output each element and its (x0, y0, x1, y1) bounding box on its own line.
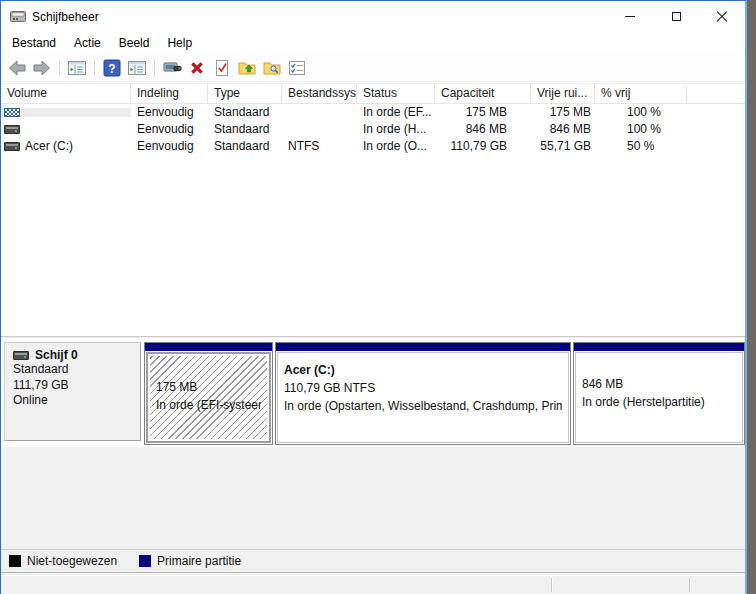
volume-row-acer-c[interactable]: Acer (C:) Eenvoudig Standaard NTFS In or… (1, 138, 745, 155)
maximize-button[interactable] (653, 1, 699, 32)
unallocated-swatch (9, 555, 21, 567)
app-disk-icon (10, 10, 26, 23)
graphical-view-pane: Schijf 0 Standaard 111,79 GB Online 175 … (1, 336, 745, 594)
disk-size: 111,79 GB (13, 378, 140, 394)
partition-efi-body: 175 MB In orde (EFI-systeempa (146, 352, 271, 443)
back-icon[interactable] (6, 57, 28, 79)
partition-acer-c[interactable]: Acer (C:) 110,79 GB NTFS In orde (Opstar… (275, 342, 571, 445)
partition-acer-c-body: Acer (C:) 110,79 GB NTFS In orde (Opstar… (277, 352, 569, 443)
volume-icon (4, 125, 20, 134)
help-icon[interactable]: ? (101, 57, 123, 79)
properties-icon[interactable] (211, 57, 233, 79)
column-header-volume[interactable]: Volume (1, 84, 131, 104)
volume-list-header: Volume Indeling Type Bestandssys... Stat… (1, 84, 745, 104)
status-bar-divider (689, 578, 690, 592)
cell-pct-vrij: 50 % (595, 138, 687, 155)
column-header-pct-vrij[interactable]: % vrij (595, 84, 687, 104)
legend-label: Niet-toegewezen (27, 554, 117, 568)
partition-efi[interactable]: 175 MB In orde (EFI-systeempa (144, 342, 273, 445)
primary-partition-bar (276, 343, 570, 351)
close-button[interactable] (699, 1, 745, 32)
volume-name: Acer (C:) (25, 138, 73, 155)
partition-herstel-body: 846 MB In orde (Herstelpartitie) (575, 352, 743, 443)
disk-0-band: Schijf 0 Standaard 111,79 GB Online 175 … (1, 338, 745, 447)
toolbar-separator (59, 60, 60, 76)
volume-row-herstel[interactable]: Eenvoudig Standaard In orde (H... 846 MB… (1, 121, 745, 138)
column-header-filler (687, 84, 745, 104)
explore-folder-icon[interactable] (261, 57, 283, 79)
toolbar: ? (1, 54, 745, 82)
legend-unallocated: Niet-toegewezen (9, 554, 117, 568)
cell-type: Standaard (208, 104, 282, 121)
cell-type: Standaard (208, 138, 282, 155)
partition-size: 110,79 GB NTFS (284, 379, 562, 397)
svg-text:?: ? (108, 61, 115, 75)
cell-vrije-ruimte: 846 MB (531, 121, 595, 138)
partition-status: In orde (Herstelpartitie) (582, 393, 736, 411)
cell-type: Standaard (208, 121, 282, 138)
cell-capaciteit: 175 MB (435, 104, 531, 121)
cell-pct-vrij: 100 % (595, 121, 687, 138)
primary-partition-swatch (139, 555, 151, 567)
volume-icon (4, 142, 20, 151)
legend-label: Primaire partitie (157, 554, 241, 568)
screen: Schijfbeheer Bestand Actie Beeld Help (0, 0, 756, 594)
cell-indeling: Eenvoudig (131, 121, 208, 138)
desktop-background (747, 0, 756, 594)
column-header-type[interactable]: Type (208, 84, 282, 104)
close-icon (715, 10, 729, 24)
partition-size: 175 MB (156, 378, 261, 396)
maximize-icon (672, 12, 681, 21)
legend-primary-partition: Primaire partitie (139, 554, 241, 568)
partition-status: In orde (EFI-systeempa (156, 396, 261, 414)
cell-vrije-ruimte: 55,71 GB (531, 138, 595, 155)
cell-indeling: Eenvoudig (131, 138, 208, 155)
view-options-icon[interactable] (286, 57, 308, 79)
menu-actie[interactable]: Actie (65, 32, 110, 54)
cell-vrije-ruimte: 175 MB (531, 104, 595, 121)
column-header-indeling[interactable]: Indeling (131, 84, 208, 104)
cell-status: In orde (H... (357, 121, 435, 138)
column-header-vrije-ruimte[interactable]: Vrije rui... (531, 84, 595, 104)
delete-icon[interactable] (186, 57, 208, 79)
titlebar[interactable]: Schijfbeheer (1, 1, 745, 32)
menu-beeld[interactable]: Beeld (110, 32, 159, 54)
disk-status: Online (13, 393, 140, 409)
column-header-status[interactable]: Status (357, 84, 435, 104)
cell-pct-vrij: 100 % (595, 104, 687, 121)
open-folder-icon[interactable] (236, 57, 258, 79)
column-header-bestandssysteem[interactable]: Bestandssys... (282, 84, 357, 104)
unallocated-partition-icon (4, 108, 20, 117)
remote-view-icon[interactable] (161, 57, 183, 79)
volume-row-efi[interactable]: Eenvoudig Standaard In orde (EF... 175 M… (1, 104, 745, 121)
cell-status: In orde (EF... (357, 104, 435, 121)
partition-herstel[interactable]: 846 MB In orde (Herstelpartitie) (573, 342, 745, 445)
show-console-tree-icon[interactable] (66, 57, 88, 79)
cell-bestandssysteem: NTFS (282, 138, 357, 155)
cell-capaciteit: 110,79 GB (435, 138, 531, 155)
primary-partition-bar (574, 343, 744, 351)
menubar: Bestand Actie Beeld Help (1, 32, 745, 54)
show-action-pane-icon[interactable] (126, 57, 148, 79)
legend-bar: Niet-toegewezen Primaire partitie (1, 549, 745, 573)
cell-indeling: Eenvoudig (131, 104, 208, 121)
primary-partition-bar (145, 343, 272, 351)
minimize-icon (625, 16, 635, 17)
cell-capaciteit: 846 MB (435, 121, 531, 138)
forward-icon[interactable] (31, 57, 53, 79)
cell-status: In orde (O... (357, 138, 435, 155)
status-bar-divider (551, 578, 552, 592)
disk-layout: Standaard (13, 362, 140, 378)
window-title: Schijfbeheer (32, 10, 99, 24)
status-bar (1, 575, 745, 594)
volume-list: Volume Indeling Type Bestandssys... Stat… (1, 83, 745, 336)
column-header-capaciteit[interactable]: Capaciteit (435, 84, 531, 104)
disk-name: Schijf 0 (35, 348, 78, 362)
disk-icon (13, 351, 29, 360)
window-controls (607, 1, 745, 32)
minimize-button[interactable] (607, 1, 653, 32)
disk-0-info-box[interactable]: Schijf 0 Standaard 111,79 GB Online (4, 342, 141, 441)
menu-help[interactable]: Help (158, 32, 201, 54)
toolbar-separator (94, 60, 95, 76)
menu-bestand[interactable]: Bestand (3, 32, 65, 54)
